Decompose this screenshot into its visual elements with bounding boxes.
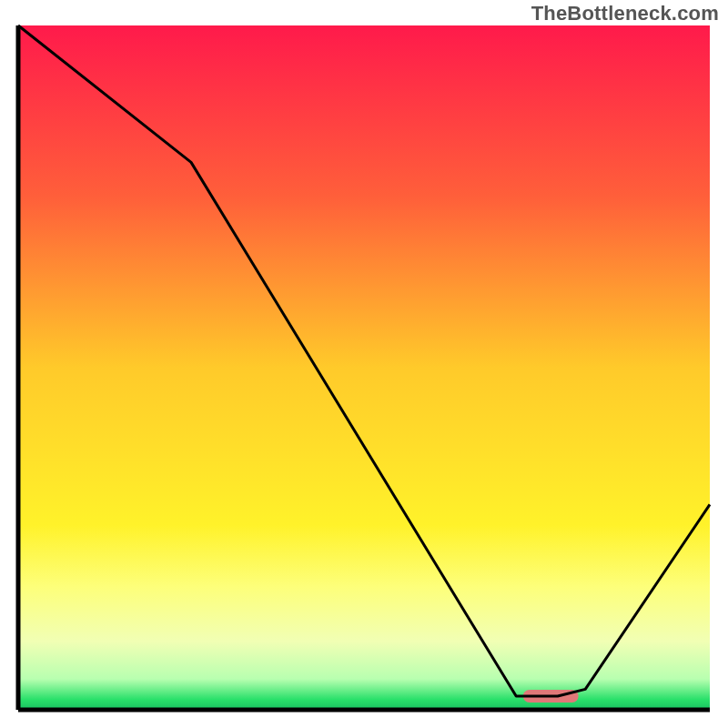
chart-frame: TheBottleneck.com	[0, 0, 728, 728]
gradient-background	[18, 25, 710, 710]
watermark-text: TheBottleneck.com	[531, 2, 719, 25]
bottleneck-chart	[0, 0, 728, 728]
